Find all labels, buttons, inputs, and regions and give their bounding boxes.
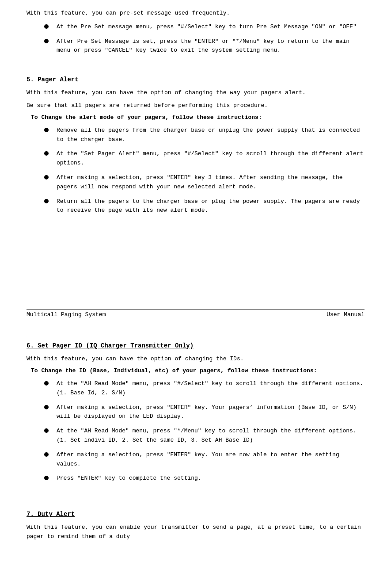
section-7: 7. Duty Alert With this feature, you can… — [27, 511, 364, 542]
list-item: After making a selection, press "ENTER" … — [44, 403, 364, 422]
bullet-icon — [44, 151, 49, 156]
s6-bullet-4: After making a selection, press "ENTER" … — [57, 451, 364, 469]
bullet-icon — [44, 39, 49, 43]
section-7-heading: 7. Duty Alert — [27, 511, 364, 518]
bullet-icon — [44, 175, 49, 179]
bullet-icon — [44, 405, 49, 409]
s5-bullet-2: At the "Set Pager Alert" menu, press "#/… — [57, 149, 364, 168]
intro-text: With this feature, you can pre-set messa… — [27, 9, 364, 18]
s5-bullet-1: Remove all the pagers from the charger b… — [57, 126, 364, 145]
footer-divider: Multicall Paging System User Manual — [27, 309, 364, 318]
bullet-icon — [44, 452, 49, 457]
list-item: At the Pre Set message menu, press "#/Se… — [44, 23, 364, 32]
bullet-icon — [44, 381, 49, 386]
list-item: Remove all the pagers from the charger b… — [44, 126, 364, 145]
section-6-instruction-heading: To Change the ID (Base, Individual, etc)… — [31, 367, 364, 374]
s5-bullet-4: Return all the pagers to the charger bas… — [57, 197, 364, 216]
s6-bullet-5: Press "ENTER" key to complete the settin… — [57, 474, 364, 483]
list-item: After making a selection, press "ENTER" … — [44, 173, 364, 192]
page: With this feature, you can pre-set messa… — [0, 0, 391, 588]
section-5-heading: 5. Pager Alert — [27, 76, 364, 83]
bullet-icon — [44, 128, 49, 132]
section-6: 6. Set Pager ID (IQ Charger Transmitter … — [27, 342, 364, 483]
section-5-body2: Be sure that all pagers are returned bef… — [27, 101, 364, 111]
list-item: Return all the pagers to the charger bas… — [44, 197, 364, 216]
s6-bullet-3: At the "AH Read Mode" menu, press "*/Men… — [57, 427, 364, 445]
list-item: After making a selection, press "ENTER" … — [44, 451, 364, 469]
section-6-heading: 6. Set Pager ID (IQ Charger Transmitter … — [27, 342, 364, 349]
list-item: At the "AH Read Mode" menu, press "*/Men… — [44, 427, 364, 445]
footer-left: Multicall Paging System — [27, 311, 106, 318]
section-5: 5. Pager Alert With this feature, you ca… — [27, 76, 364, 215]
section-5-body1: With this feature, you can have the opti… — [27, 88, 364, 98]
section-5-instruction-heading: To Change the alert mode of your pagers,… — [31, 114, 364, 121]
bullet-text-2: After Pre Set Message is set, press the … — [57, 37, 364, 56]
bullet-icon — [44, 476, 49, 480]
bullet-icon — [44, 428, 49, 433]
bullet-text-1: At the Pre Set message menu, press "#/Se… — [57, 23, 364, 32]
bullet-icon — [44, 199, 49, 203]
bullet-icon — [44, 24, 49, 29]
section-6-body1: With this feature, you can have the opti… — [27, 355, 364, 364]
s6-bullet-2: After making a selection, press "ENTER" … — [57, 403, 364, 422]
s6-bullet-1: At the "AH Read Mode" menu, press "#/Sel… — [57, 379, 364, 398]
page-bottom: 6. Set Pager ID (IQ Charger Transmitter … — [0, 327, 391, 554]
page-top: With this feature, you can pre-set messa… — [0, 0, 391, 215]
list-item: At the "AH Read Mode" menu, press "#/Sel… — [44, 379, 364, 398]
footer-right: User Manual — [326, 311, 364, 318]
list-item: Press "ENTER" key to complete the settin… — [44, 474, 364, 483]
list-item: After Pre Set Message is set, press the … — [44, 37, 364, 56]
list-item: At the "Set Pager Alert" menu, press "#/… — [44, 149, 364, 168]
s5-bullet-3: After making a selection, press "ENTER" … — [57, 173, 364, 192]
section-7-body: With this feature, you can enable your t… — [27, 523, 364, 542]
